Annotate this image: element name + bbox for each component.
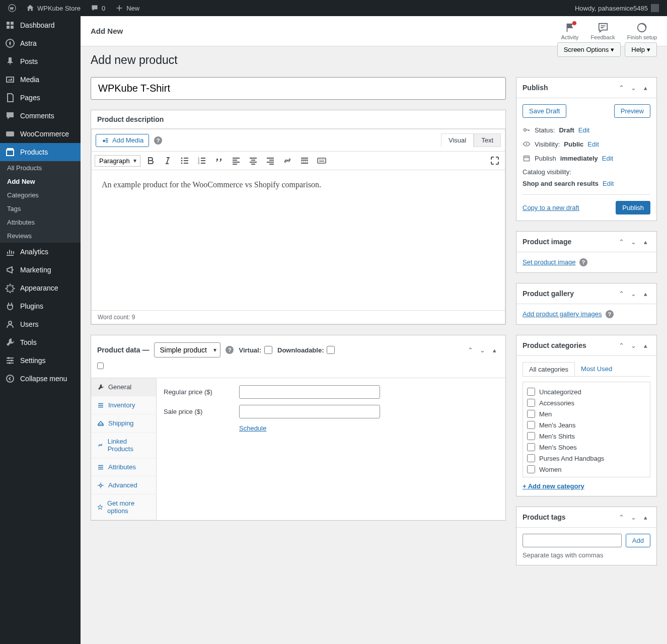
sidebar-item-media[interactable]: Media [0,70,81,89]
align-center-button[interactable] [246,154,260,168]
activity-button[interactable]: Activity [561,22,579,40]
edit-visibility-link[interactable]: Edit [587,140,599,148]
toggle-icon[interactable]: ▴ [489,345,499,355]
fullscreen-button[interactable] [488,154,502,168]
more-button[interactable] [298,154,312,168]
sidebar-item-collapse-menu[interactable]: Collapse menu [0,370,81,388]
chevron-up-icon[interactable]: ⌃ [616,237,626,247]
submenu-item-reviews[interactable]: Reviews [0,229,81,243]
editor-body[interactable]: An example product for the WooCommerce v… [91,170,505,311]
chevron-up-icon[interactable]: ⌃ [616,340,626,350]
align-left-button[interactable] [229,154,243,168]
wp-logo[interactable] [4,0,20,16]
chevron-down-icon[interactable]: ⌄ [628,83,638,93]
tab-all-categories[interactable]: All categories [523,362,575,376]
new-link[interactable]: New [111,0,143,16]
product-title-input[interactable] [91,77,506,100]
publish-button[interactable]: Publish [616,201,650,214]
sidebar-item-appearance[interactable]: Appearance [0,279,81,297]
category-item[interactable]: Accessories [527,397,646,408]
category-item[interactable]: Men's Shirts [527,431,646,442]
set-product-image-link[interactable]: Set product image [523,258,576,266]
edit-publish-link[interactable]: Edit [602,155,613,162]
ol-button[interactable]: 123 [195,154,209,168]
sidebar-item-posts[interactable]: Posts [0,52,81,70]
bold-button[interactable] [143,154,158,168]
sidebar-item-dashboard[interactable]: Dashboard [0,16,81,34]
tab-most-used[interactable]: Most Used [575,362,618,376]
chevron-up-icon[interactable]: ⌃ [465,345,475,355]
edit-status-link[interactable]: Edit [578,126,589,134]
chevron-up-icon[interactable]: ⌃ [616,289,626,299]
submenu-item-all-products[interactable]: All Products [0,161,81,175]
save-draft-button[interactable]: Save Draft [523,104,566,118]
submenu-item-categories[interactable]: Categories [0,188,81,202]
sidebar-item-products[interactable]: Products [0,143,81,161]
sidebar-item-settings[interactable]: Settings [0,351,81,370]
help-icon[interactable]: ? [606,310,614,318]
submenu-item-add-new[interactable]: Add New [0,175,81,188]
preview-button[interactable]: Preview [614,104,650,118]
pd-tab-attributes[interactable]: Attributes [91,458,156,476]
add-gallery-link[interactable]: Add product gallery images [523,310,602,318]
sidebar-item-comments[interactable]: Comments [0,107,81,125]
submenu-item-tags[interactable]: Tags [0,202,81,216]
ul-button[interactable] [178,154,192,168]
pd-tab-advanced[interactable]: Advanced [91,476,156,494]
category-item[interactable]: Uncategorized [527,386,646,397]
downloadable-check[interactable]: Downloadable: [277,346,335,354]
sidebar-item-analytics[interactable]: Analytics [0,243,81,261]
add-new-category-link[interactable]: + Add new category [523,482,584,490]
copy-draft-link[interactable]: Copy to a new draft [523,204,579,211]
sidebar-item-woocommerce[interactable]: WooCommerce [0,125,81,143]
toggle-icon[interactable]: ▴ [640,512,650,522]
sidebar-item-tools[interactable]: Tools [0,333,81,351]
toolbar-toggle-button[interactable] [315,154,329,168]
italic-button[interactable] [161,154,175,168]
category-item[interactable]: Men's Jeans [527,419,646,431]
chevron-down-icon[interactable]: ⌄ [628,237,638,247]
toggle-icon[interactable]: ▴ [640,83,650,93]
sidebar-item-users[interactable]: Users [0,315,81,333]
submenu-item-attributes[interactable]: Attributes [0,216,81,229]
regular-price-input[interactable] [239,385,380,399]
product-type-select[interactable]: Simple product [154,342,220,357]
schedule-link[interactable]: Schedule [239,424,266,432]
sidebar-item-marketing[interactable]: Marketing [0,261,81,279]
virtual-check[interactable]: Virtual: [239,346,272,354]
help-button[interactable]: Help ▾ [625,42,657,57]
tags-input[interactable] [523,534,622,547]
user-greeting[interactable]: Howdy, pahasemice5485 [571,0,663,16]
text-tab[interactable]: Text [474,133,501,147]
help-icon[interactable]: ? [226,346,234,354]
edit-catalog-link[interactable]: Edit [603,180,614,187]
category-item[interactable]: Women [527,464,646,475]
sidebar-item-plugins[interactable]: Plugins [0,297,81,315]
feedback-button[interactable]: Feedback [590,22,615,40]
chevron-up-icon[interactable]: ⌃ [616,83,626,93]
chevron-down-icon[interactable]: ⌄ [628,289,638,299]
category-item[interactable]: Men's Shoes [527,442,646,453]
chevron-down-icon[interactable]: ⌄ [477,345,487,355]
quote-button[interactable] [212,154,226,168]
link-button[interactable] [280,154,294,168]
pd-tab-shipping[interactable]: Shipping [91,414,156,433]
finish-setup-button[interactable]: Finish setup [627,22,657,40]
pd-tab-general[interactable]: General [91,378,156,396]
comments-link[interactable]: 0 [87,0,109,16]
add-tag-button[interactable]: Add [626,534,650,547]
site-name-link[interactable]: WPKube Store [22,0,85,16]
screen-options-button[interactable]: Screen Options ▾ [557,42,621,57]
help-icon[interactable]: ? [154,136,162,145]
sale-price-input[interactable] [239,405,380,418]
product-data-checkbox[interactable] [97,363,104,369]
help-icon[interactable]: ? [579,258,587,266]
format-select[interactable]: Paragraph [95,155,140,167]
sidebar-item-astra[interactable]: Astra [0,34,81,52]
pd-tab-linked-products[interactable]: Linked Products [91,433,156,458]
toggle-icon[interactable]: ▴ [640,237,650,247]
category-item[interactable]: Men [527,408,646,419]
sidebar-item-pages[interactable]: Pages [0,89,81,107]
visual-tab[interactable]: Visual [441,133,474,147]
chevron-down-icon[interactable]: ⌄ [628,340,638,350]
